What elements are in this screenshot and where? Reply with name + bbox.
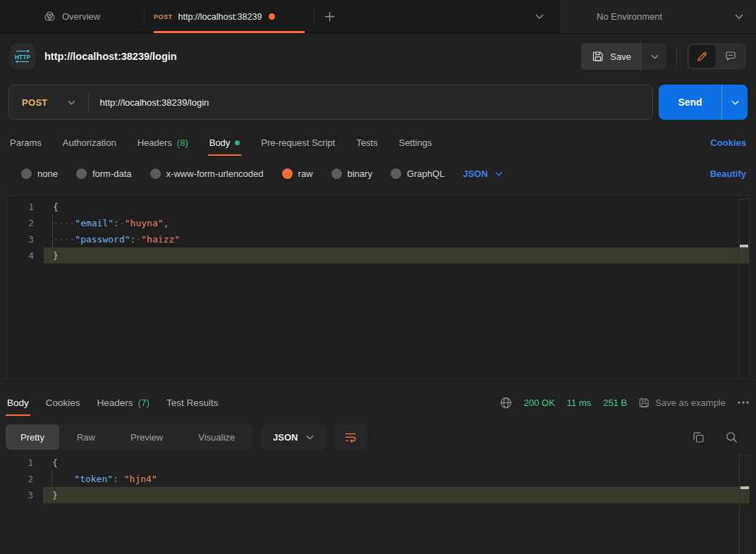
code-token: "haizz" bbox=[141, 234, 180, 245]
body-mode-options: none form-data x-www-form-urlencoded raw… bbox=[21, 162, 746, 185]
view-preview-button[interactable]: Preview bbox=[113, 424, 181, 450]
tab-overview[interactable]: Overview bbox=[44, 0, 144, 33]
response-scrollbar[interactable] bbox=[739, 455, 750, 554]
tab-settings[interactable]: Settings bbox=[398, 129, 432, 156]
response-separator bbox=[0, 381, 756, 382]
edit-comment-group bbox=[687, 43, 746, 70]
line-number: 1 bbox=[8, 199, 34, 215]
response-tab-body[interactable]: Body bbox=[7, 389, 29, 416]
more-options-button[interactable] bbox=[738, 401, 749, 404]
send-options-chevron[interactable] bbox=[721, 85, 748, 120]
response-status-badge[interactable]: 200 OK bbox=[524, 398, 555, 408]
save-options-chevron[interactable] bbox=[643, 43, 666, 70]
radio-icon bbox=[76, 168, 87, 179]
body-mode-binary-label: binary bbox=[348, 168, 372, 179]
code-token: "password" bbox=[75, 234, 130, 245]
headers-count-badge: (8) bbox=[177, 137, 188, 148]
code-token: ···· bbox=[53, 218, 75, 228]
request-body-editor[interactable]: 1 { 2 ····"email":·"huyna", 3 ····"passw… bbox=[7, 195, 750, 378]
environment-chevron-icon bbox=[735, 14, 743, 19]
response-tab-headers[interactable]: Headers (7) bbox=[97, 389, 150, 416]
unsaved-changes-dot bbox=[269, 13, 275, 20]
line-number: 3 bbox=[7, 487, 33, 503]
save-as-example-button[interactable]: Save as example bbox=[639, 398, 726, 408]
response-size-badge[interactable]: 251 B bbox=[603, 398, 627, 408]
code-line-content: } bbox=[43, 487, 750, 503]
body-mode-raw-label: raw bbox=[298, 168, 313, 179]
radio-icon bbox=[391, 168, 401, 179]
body-mode-graphql[interactable]: GraphQL bbox=[391, 168, 444, 179]
method-label: POST bbox=[22, 97, 48, 108]
body-mode-binary[interactable]: binary bbox=[331, 168, 372, 179]
tab-tests-label: Tests bbox=[356, 137, 377, 148]
response-time-badge[interactable]: 11 ms bbox=[567, 398, 591, 408]
response-view-switcher: Pretty Raw Preview Visualize bbox=[6, 424, 252, 450]
code-line: 2 "token": "hjn4" bbox=[7, 471, 750, 487]
request-code-area: 1 { 2 ····"email":·"huyna", 3 ····"passw… bbox=[8, 199, 749, 264]
tab-tests[interactable]: Tests bbox=[356, 129, 377, 156]
tab-request-title: http://localhost:38239 bbox=[178, 12, 262, 22]
search-icon[interactable] bbox=[726, 431, 738, 443]
response-meta: 200 OK 11 ms 251 B Save as example bbox=[500, 397, 749, 409]
globe-icon[interactable] bbox=[500, 397, 512, 409]
wrap-text-button[interactable] bbox=[334, 424, 367, 450]
edit-button[interactable] bbox=[689, 45, 716, 68]
code-token: ···· bbox=[53, 234, 75, 245]
tab-authorization[interactable]: Authorization bbox=[63, 129, 116, 156]
new-tab-button[interactable] bbox=[315, 0, 344, 33]
scrollbar-marker bbox=[740, 245, 748, 247]
scrollbar-marker bbox=[740, 486, 749, 489]
view-visualize-label: Visualize bbox=[198, 432, 235, 443]
code-token bbox=[52, 474, 74, 484]
view-pretty-button[interactable]: Pretty bbox=[6, 424, 59, 450]
body-mode-raw[interactable]: raw bbox=[282, 168, 313, 179]
save-icon bbox=[639, 398, 650, 408]
top-tab-bar: Overview POST http://localhost:38239 No … bbox=[0, 0, 756, 34]
tab-params[interactable]: Params bbox=[10, 129, 42, 156]
view-visualize-button[interactable]: Visualize bbox=[181, 424, 252, 450]
overview-tab-label: Overview bbox=[62, 11, 100, 22]
code-token bbox=[118, 474, 124, 484]
raw-language-label: JSON bbox=[463, 168, 487, 179]
tab-pre-request-script[interactable]: Pre-request Script bbox=[261, 129, 335, 156]
view-raw-button[interactable]: Raw bbox=[59, 424, 113, 450]
body-mode-form-data[interactable]: form-data bbox=[76, 168, 132, 179]
save-icon bbox=[592, 51, 604, 62]
response-tab-test-results[interactable]: Test Results bbox=[166, 389, 219, 416]
response-language-label: JSON bbox=[273, 432, 298, 443]
environment-label: No Environment bbox=[597, 11, 662, 22]
tab-request-active[interactable]: POST http://localhost:38239 bbox=[145, 0, 314, 33]
http-request-icon: HTTP bbox=[10, 44, 35, 69]
response-tab-cookies[interactable]: Cookies bbox=[46, 389, 80, 416]
environment-selector[interactable]: No Environment bbox=[561, 0, 756, 33]
comments-button[interactable] bbox=[717, 45, 744, 68]
body-mode-form-data-label: form-data bbox=[92, 168, 132, 179]
response-language-select[interactable]: JSON bbox=[261, 424, 326, 450]
save-button[interactable]: Save bbox=[581, 43, 642, 70]
tab-headers[interactable]: Headers (8) bbox=[138, 129, 188, 156]
code-token: : bbox=[113, 474, 118, 484]
response-viewer-toolbar: Pretty Raw Preview Visualize JSON bbox=[6, 424, 746, 450]
line-number: 3 bbox=[8, 231, 34, 247]
editor-scrollbar[interactable] bbox=[738, 199, 749, 378]
cookies-link[interactable]: Cookies bbox=[710, 137, 746, 148]
send-button[interactable]: Send bbox=[659, 85, 721, 120]
radio-icon bbox=[331, 168, 342, 179]
beautify-link[interactable]: Beautify bbox=[710, 168, 746, 179]
code-token: "huyna" bbox=[125, 218, 164, 228]
method-select[interactable]: POST bbox=[9, 85, 88, 119]
code-token: "hjn4" bbox=[124, 474, 157, 484]
body-mode-urlencoded[interactable]: x-www-form-urlencoded bbox=[150, 168, 264, 179]
response-tab-cookies-label: Cookies bbox=[46, 398, 80, 408]
code-line-content: ····"email":·"huyna", bbox=[44, 215, 749, 231]
tab-options-chevron[interactable] bbox=[535, 0, 561, 33]
raw-language-select[interactable]: JSON bbox=[463, 168, 502, 179]
body-mode-none[interactable]: none bbox=[21, 168, 58, 179]
tab-body[interactable]: Body bbox=[209, 129, 240, 156]
tab-pre-request-label: Pre-request Script bbox=[261, 137, 335, 148]
view-preview-label: Preview bbox=[130, 432, 163, 443]
request-tabs: Params Authorization Headers (8) Body Pr… bbox=[10, 129, 746, 156]
copy-icon[interactable] bbox=[693, 431, 705, 443]
url-input[interactable]: http://localhost:38239/login bbox=[100, 97, 209, 108]
response-body-viewer[interactable]: 1 { 2 "token": "hjn4" 3 } bbox=[7, 455, 750, 554]
